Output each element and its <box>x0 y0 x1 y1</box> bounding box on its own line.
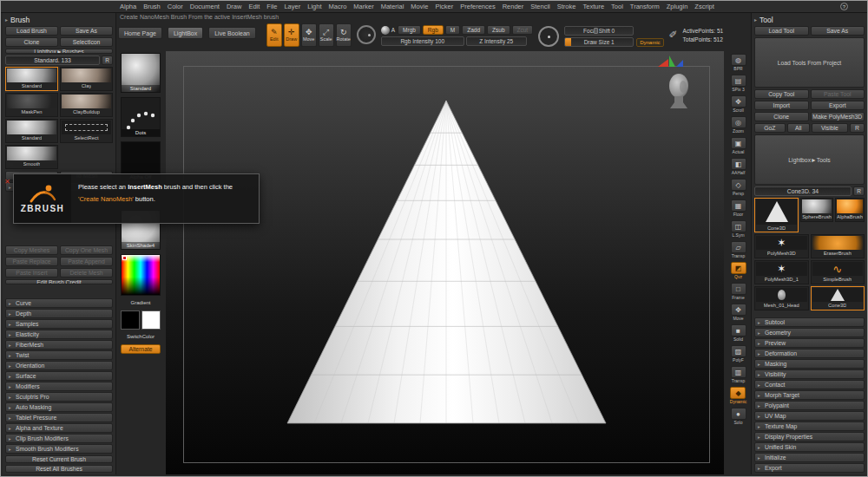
mode-draw-button[interactable]: ✛Draw <box>284 23 299 47</box>
tool-thumbnail[interactable]: ✶PolyMesh3D <box>754 234 809 258</box>
menu-item[interactable]: Marker <box>353 3 373 10</box>
mode-rotate-button[interactable]: ↻Rotate <box>336 23 352 47</box>
brush-thumbnail[interactable]: MaskPen <box>5 93 58 117</box>
draw-size-slider[interactable]: Draw Size 1 <box>564 37 634 47</box>
alternate-button[interactable]: Alternate <box>121 344 161 354</box>
mesh-button[interactable]: Paste Replace <box>5 257 58 266</box>
load-tool-button[interactable]: Load Tool <box>754 26 809 36</box>
menu-item[interactable]: Layer <box>284 3 300 10</box>
tool-thumbnail[interactable]: EraserBrush <box>811 234 865 258</box>
tool-section-header[interactable]: Export <box>754 463 865 473</box>
brush-section-header[interactable]: Tablet Pressure <box>5 413 113 422</box>
shelf-zoom-button[interactable]: ◎Zoom <box>731 116 746 134</box>
zsub-button[interactable]: Zsub <box>487 25 510 35</box>
brush-section-header[interactable]: FiberMesh <box>5 340 113 350</box>
mode-move-button[interactable]: ✥Move <box>301 23 317 47</box>
home-page-button[interactable]: Home Page <box>118 27 162 39</box>
menu-item[interactable]: Movie <box>411 3 428 10</box>
lightbox-tools-button[interactable]: Lightbox►Tools <box>754 134 865 185</box>
clone-button[interactable]: Clone <box>5 37 58 47</box>
brush-r-button[interactable]: R <box>102 56 113 65</box>
tool-section-header[interactable]: Geometry <box>754 328 865 337</box>
export-button[interactable]: Export <box>811 101 865 110</box>
paste-tool-button[interactable]: Paste Tool <box>811 89 865 99</box>
color-picker[interactable] <box>121 254 161 296</box>
goz-visible-button[interactable]: Visible <box>812 123 848 133</box>
menu-item[interactable]: Zplugin <box>667 3 688 10</box>
tool-section-header[interactable]: Display Properties <box>754 432 865 441</box>
shelf-l-sym-button[interactable]: ◫L.Sym <box>731 220 746 238</box>
menu-item[interactable]: Tool <box>611 3 623 10</box>
tool-section-header[interactable]: Masking <box>754 359 865 369</box>
tool-thumbnail[interactable]: AlphaBrush <box>835 198 865 222</box>
shelf-persp-button[interactable]: ◇Persp <box>731 179 746 196</box>
zcut-button[interactable]: Zcut <box>512 25 534 35</box>
menu-item[interactable]: Zscript <box>694 3 714 10</box>
brush-section-header[interactable]: Orientation <box>5 361 113 370</box>
shelf-transp-button[interactable]: ▱Transp <box>731 241 746 258</box>
brush-section-header[interactable]: Clip Brush Modifiers <box>5 434 113 443</box>
tool-section-header[interactable]: Texture Map <box>754 421 865 431</box>
shelf-polyf-button[interactable]: ▨PolyF <box>731 345 746 363</box>
brush-thumbnail[interactable]: ClayBuildup <box>60 93 113 117</box>
load-brush-button[interactable]: Load Brush <box>5 26 58 36</box>
brush-section-header[interactable]: Twist <box>5 350 113 360</box>
shelf-dynamic-button[interactable]: ◆Dynamic <box>730 387 746 404</box>
secondary-color-swatch[interactable] <box>141 310 161 330</box>
menu-item[interactable]: Stencil <box>530 3 550 10</box>
current-stroke-thumbnail[interactable]: Dots <box>121 97 161 137</box>
lightbox-button[interactable]: LightBox <box>168 27 203 39</box>
brush-select-slider[interactable]: Standard. 133 <box>5 56 100 65</box>
mesh-button[interactable]: Paste Insert <box>5 268 58 278</box>
tool-section-header[interactable]: Visibility <box>754 369 865 379</box>
mesh-button[interactable]: Copy Meshes <box>5 245 58 255</box>
reset-current-brush-button[interactable]: Reset Current Brush <box>5 455 113 463</box>
load-tools-from-project-button[interactable]: Load Tools From Project <box>754 37 865 88</box>
brush-section-header[interactable]: Curve <box>5 298 113 308</box>
brush-section-header[interactable]: Elasticity <box>5 330 113 339</box>
shelf-move-button[interactable]: ✥Move <box>731 304 746 321</box>
tool-section-header[interactable]: Deformation <box>754 349 865 358</box>
brush-thumbnail[interactable]: Clay <box>60 67 113 91</box>
material-sphere-icon[interactable] <box>381 26 390 35</box>
active-tool-thumbnail[interactable]: Cone3D <box>754 198 799 232</box>
menu-item[interactable]: Texture <box>582 3 604 10</box>
tool-thumbnail[interactable]: ∿SimpleBrush <box>811 260 865 284</box>
switch-color-label[interactable]: SwitchColor <box>127 334 155 340</box>
shelf-solo-button[interactable]: ●Solo <box>731 408 746 425</box>
brush-thumbnail[interactable]: Standard <box>5 67 58 91</box>
menu-item[interactable]: Alpha <box>120 3 136 10</box>
axis-gizmo-icon[interactable] <box>658 56 684 69</box>
goz-all-button[interactable]: All <box>787 123 810 133</box>
shelf-spix-3-button[interactable]: ▤SPix 3 <box>731 75 746 92</box>
mesh-button[interactable]: Copy One Mesh <box>60 245 113 255</box>
menu-item[interactable]: Brush <box>143 3 161 10</box>
tool-select-slider[interactable]: Cone3D. 34 <box>754 186 852 196</box>
edit-brush-credit-button[interactable]: Edit Brush Credit <box>5 279 113 284</box>
tool-section-header[interactable]: Contact <box>754 380 865 389</box>
focal-shift-knob[interactable] <box>594 28 598 34</box>
menu-item[interactable]: Render <box>503 3 524 10</box>
menu-item[interactable]: Material <box>381 3 404 10</box>
menu-item[interactable]: File <box>266 3 277 10</box>
main-color-swatch[interactable] <box>121 310 140 330</box>
shelf-frame-button[interactable]: □Frame <box>731 283 746 300</box>
live-boolean-button[interactable]: Live Boolean <box>208 27 255 39</box>
document-canvas[interactable] <box>166 51 724 474</box>
goz-button[interactable]: GoZ <box>754 123 786 133</box>
z-intensity-slider[interactable]: Z Intensity 25 <box>466 36 527 46</box>
tool-panel-title[interactable]: ▸ Tool <box>754 15 865 24</box>
brush-section-header[interactable]: Surface <box>5 371 113 381</box>
brush-thumbnail[interactable]: SelectRect <box>60 119 113 143</box>
menu-item[interactable]: Document <box>190 3 220 10</box>
focal-shift-slider[interactable]: Focal Shift 0 <box>564 26 634 36</box>
head-preview[interactable] <box>661 72 696 114</box>
menu-item[interactable]: Preferences <box>460 3 495 10</box>
menu-item[interactable]: Stroke <box>557 3 576 10</box>
mesh-button[interactable]: Delete Mesh <box>60 268 113 278</box>
shelf-scroll-button[interactable]: ✥Scroll <box>731 95 746 113</box>
tool-thumbnail[interactable]: Cone3D <box>811 286 865 310</box>
tool-thumbnail[interactable]: ✶PolyMesh3D_1 <box>754 260 809 284</box>
mode-edit-button[interactable]: ✎Edit <box>266 23 282 47</box>
brush-section-header[interactable]: Sculptris Pro <box>5 392 113 402</box>
